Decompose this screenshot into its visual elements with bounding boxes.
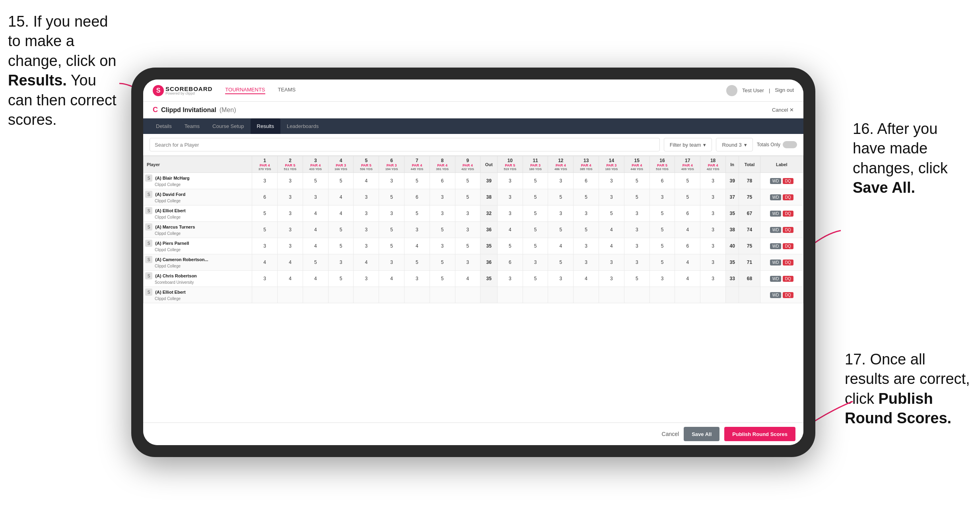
hole-13-score[interactable] [574, 287, 599, 303]
hole-12-score[interactable] [548, 287, 574, 303]
hole-15-score[interactable] [624, 287, 649, 303]
hole-2-score[interactable]: 3 [278, 205, 303, 222]
hole-13-score[interactable]: 6 [574, 173, 599, 189]
hole-18-score[interactable]: 3 [700, 254, 726, 271]
hole-7-score[interactable]: 6 [404, 189, 430, 205]
dq-button[interactable]: DQ [783, 260, 793, 265]
hole-11-score[interactable]: 5 [523, 189, 548, 205]
hole-5-score[interactable]: 3 [354, 222, 379, 238]
hole-17-score[interactable]: 4 [675, 271, 700, 287]
wd-button[interactable]: WD [770, 211, 782, 217]
hole-12-score[interactable]: 4 [548, 238, 574, 254]
hole-7-score[interactable]: 3 [404, 271, 430, 287]
hole-9-score[interactable]: 3 [455, 222, 480, 238]
hole-1-score[interactable]: 6 [252, 189, 278, 205]
hole-15-score[interactable]: 5 [624, 189, 649, 205]
hole-6-score[interactable]: 3 [379, 254, 404, 271]
hole-17-score[interactable]: 4 [675, 222, 700, 238]
dq-button[interactable]: DQ [783, 211, 793, 217]
hole-5-score[interactable]: 3 [354, 205, 379, 222]
hole-17-score[interactable]: 5 [675, 189, 700, 205]
hole-6-score[interactable]: 3 [379, 173, 404, 189]
hole-7-score[interactable]: 5 [404, 173, 430, 189]
wd-button[interactable]: WD [770, 292, 782, 298]
dq-button[interactable]: DQ [783, 243, 793, 249]
hole-18-score[interactable]: 3 [700, 238, 726, 254]
hole-14-score[interactable]: 3 [599, 254, 624, 271]
hole-3-score[interactable]: 4 [303, 271, 328, 287]
hole-8-score[interactable]: 5 [430, 254, 455, 271]
hole-10-score[interactable]: 4 [497, 222, 523, 238]
hole-11-score[interactable]: 5 [523, 222, 548, 238]
hole-16-score[interactable]: 5 [649, 222, 675, 238]
hole-12-score[interactable]: 3 [548, 271, 574, 287]
hole-11-score[interactable]: 3 [523, 254, 548, 271]
hole-11-score[interactable]: 5 [523, 205, 548, 222]
hole-8-score[interactable]: 3 [430, 205, 455, 222]
hole-5-score[interactable]: 3 [354, 238, 379, 254]
hole-4-score[interactable]: 3 [328, 254, 354, 271]
hole-3-score[interactable]: 4 [303, 205, 328, 222]
totals-toggle-switch[interactable] [783, 141, 797, 148]
hole-3-score[interactable]: 3 [303, 189, 328, 205]
hole-1-score[interactable]: 5 [252, 222, 278, 238]
hole-2-score[interactable]: 3 [278, 189, 303, 205]
hole-4-score[interactable] [328, 287, 354, 303]
hole-16-score[interactable]: 3 [649, 271, 675, 287]
hole-18-score[interactable] [700, 287, 726, 303]
save-all-button[interactable]: Save All [684, 427, 719, 441]
hole-10-score[interactable]: 3 [497, 271, 523, 287]
hole-15-score[interactable]: 3 [624, 238, 649, 254]
hole-18-score[interactable]: 3 [700, 173, 726, 189]
filter-by-team-button[interactable]: Filter by team ▾ [664, 138, 712, 151]
wd-button[interactable]: WD [770, 276, 782, 282]
hole-7-score[interactable]: 5 [404, 205, 430, 222]
hole-12-score[interactable]: 3 [548, 205, 574, 222]
search-input[interactable] [150, 138, 660, 151]
hole-7-score[interactable]: 3 [404, 222, 430, 238]
hole-8-score[interactable]: 3 [430, 189, 455, 205]
hole-14-score[interactable]: 3 [599, 173, 624, 189]
nav-tournaments[interactable]: TOURNAMENTS [225, 87, 265, 94]
hole-16-score[interactable]: 6 [649, 173, 675, 189]
hole-11-score[interactable] [523, 287, 548, 303]
hole-3-score[interactable]: 5 [303, 254, 328, 271]
hole-3-score[interactable]: 4 [303, 238, 328, 254]
tab-course-setup[interactable]: Course Setup [206, 118, 251, 134]
hole-2-score[interactable]: 4 [278, 254, 303, 271]
hole-14-score[interactable]: 3 [599, 189, 624, 205]
hole-5-score[interactable] [354, 287, 379, 303]
hole-5-score[interactable]: 4 [354, 254, 379, 271]
hole-1-score[interactable]: 3 [252, 271, 278, 287]
wd-button[interactable]: WD [770, 227, 782, 233]
dq-button[interactable]: DQ [783, 194, 793, 200]
wd-button[interactable]: WD [770, 194, 782, 200]
hole-5-score[interactable]: 3 [354, 189, 379, 205]
hole-13-score[interactable]: 3 [574, 238, 599, 254]
hole-9-score[interactable]: 5 [455, 189, 480, 205]
hole-9-score[interactable]: 3 [455, 254, 480, 271]
hole-10-score[interactable]: 3 [497, 189, 523, 205]
hole-4-score[interactable]: 5 [328, 222, 354, 238]
hole-2-score[interactable]: 3 [278, 238, 303, 254]
hole-9-score[interactable]: 3 [455, 205, 480, 222]
hole-4-score[interactable]: 5 [328, 238, 354, 254]
hole-3-score[interactable]: 5 [303, 173, 328, 189]
hole-18-score[interactable]: 3 [700, 222, 726, 238]
hole-7-score[interactable] [404, 287, 430, 303]
hole-7-score[interactable]: 5 [404, 254, 430, 271]
hole-2-score[interactable]: 3 [278, 173, 303, 189]
hole-11-score[interactable]: 5 [523, 238, 548, 254]
hole-9-score[interactable]: 4 [455, 271, 480, 287]
hole-8-score[interactable]: 5 [430, 222, 455, 238]
hole-13-score[interactable]: 3 [574, 254, 599, 271]
dq-button[interactable]: DQ [783, 178, 793, 184]
hole-10-score[interactable]: 5 [497, 238, 523, 254]
hole-17-score[interactable]: 5 [675, 173, 700, 189]
hole-17-score[interactable]: 4 [675, 254, 700, 271]
hole-4-score[interactable]: 4 [328, 189, 354, 205]
hole-6-score[interactable]: 5 [379, 222, 404, 238]
hole-1-score[interactable]: 3 [252, 238, 278, 254]
cancel-action-button[interactable]: Cancel [662, 431, 679, 437]
hole-8-score[interactable] [430, 287, 455, 303]
